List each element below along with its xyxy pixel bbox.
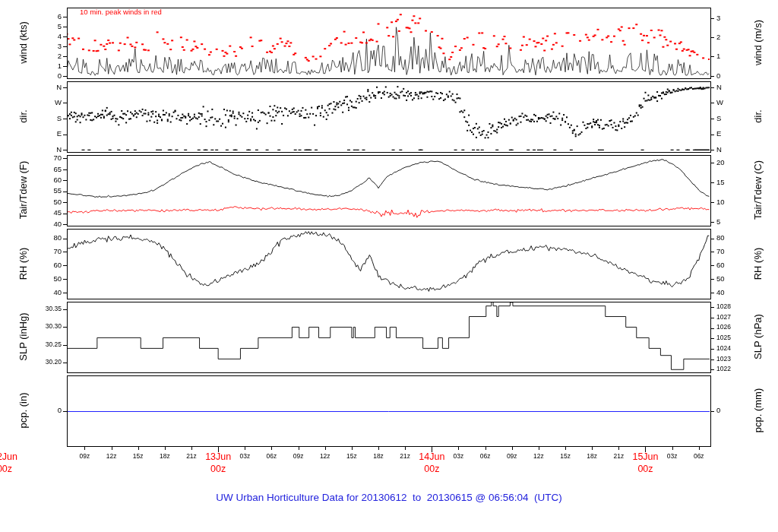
ytick-label-left: 5 [27, 23, 62, 30]
ytick-label-left: 2 [27, 52, 62, 60]
ytick-label-left: 30.25 [27, 341, 62, 348]
ytick-label-right: 0 [716, 407, 747, 414]
ytick-label-right: 60 [716, 261, 747, 269]
ytick-label-left: 30.35 [27, 306, 62, 312]
rh-right-axis-title: RH (%) [752, 248, 764, 280]
wind-right-axis-title: wind (m/s) [752, 20, 764, 65]
ytick-label-left: 0 [27, 72, 62, 80]
ytick-label-right: S [716, 115, 747, 122]
ytick-label-left: 30.30 [27, 323, 62, 330]
ytick-label-right: 1026 [716, 324, 747, 331]
chart-title: UW Urban Horticulture Data for 20130612 … [0, 492, 778, 503]
ytick-label-left: W [27, 99, 62, 106]
ytick-label-left: N [27, 84, 62, 91]
ytick-label-left: 65 [27, 166, 62, 173]
date-label: 14Jun [413, 452, 451, 463]
ytick-label-right: W [716, 99, 747, 106]
ytick-label-left: 80 [27, 234, 62, 242]
xtick-label: 15z [554, 453, 577, 460]
xtick-label: 06z [688, 453, 710, 460]
ytick-label-left: 1 [27, 62, 62, 70]
ytick-label-left: 45 [27, 209, 62, 217]
ytick-label-left: 6 [27, 13, 62, 21]
ytick-label-left: 50 [27, 275, 62, 283]
ytick-label-right: 10 [716, 198, 747, 206]
ytick-label-left: 60 [27, 176, 62, 184]
xtick-label: 09z [287, 453, 310, 460]
ytick-label-left: E [27, 130, 62, 138]
date-label: 00z [626, 464, 664, 475]
date-label: 00z [413, 464, 451, 475]
meteogram: 10 min. peak winds in red wind (kts) win… [0, 0, 778, 532]
xtick-label: 09z [73, 453, 96, 460]
ytick-label-left: 40 [27, 289, 62, 296]
date-label: 00z [199, 464, 237, 475]
xtick-label: 06z [260, 453, 283, 460]
ytick-label-left: 70 [27, 248, 62, 255]
xtick-label: 15z [127, 453, 150, 460]
peak-wind-annotation: 10 min. peak winds in red [80, 8, 162, 16]
slp-right-axis-title: SLP (hPa) [752, 314, 764, 359]
ytick-label-right: 3 [716, 14, 747, 22]
ytick-label-right: N [716, 146, 747, 154]
ytick-label-right: 5 [716, 218, 747, 226]
ytick-label-left: 3 [27, 43, 62, 50]
xtick-label: 18z [153, 453, 176, 460]
xtick-label: 12z [527, 453, 550, 460]
ytick-label-right: 1022 [716, 366, 747, 372]
xtick-label: 06z [474, 453, 497, 460]
ytick-label-right: E [716, 130, 747, 138]
dir-right-axis-title: dir. [752, 109, 764, 122]
temp-right-axis-title: Tair/Tdew (C) [752, 160, 764, 220]
ytick-label-right: 0 [716, 72, 747, 80]
ytick-label-left: S [27, 115, 62, 122]
xtick-label: 18z [367, 453, 390, 460]
ytick-label-right: 1024 [716, 345, 747, 352]
xtick-label: 15z [340, 453, 363, 460]
date-label: 12Jun [0, 452, 24, 463]
ytick-label-left: 50 [27, 198, 62, 206]
ytick-label-left: 30.20 [27, 359, 62, 366]
ytick-label-left: 40 [27, 220, 62, 228]
xtick-label: 12z [100, 453, 123, 460]
date-label: 13Jun [199, 452, 237, 463]
ytick-label-left: 60 [27, 261, 62, 269]
ytick-label-left: N [27, 146, 62, 154]
ytick-label-right: 15 [716, 179, 747, 186]
ytick-label-right: 1023 [716, 356, 747, 363]
ytick-label-left: 0 [27, 407, 62, 414]
ytick-label-right: 80 [716, 234, 747, 242]
ytick-label-right: 70 [716, 248, 747, 255]
xtick-label: 09z [501, 453, 523, 460]
ytick-label-left: 4 [27, 33, 62, 40]
ytick-label-right: 1028 [716, 303, 747, 310]
ytick-label-right: 1027 [716, 314, 747, 321]
ytick-label-left: 55 [27, 187, 62, 195]
ytick-label-right: 1025 [716, 334, 747, 341]
date-label: 15Jun [626, 452, 664, 463]
ytick-label-right: 1 [716, 52, 747, 60]
ytick-label-right: 50 [716, 275, 747, 283]
xtick-label: 12z [314, 453, 337, 460]
ytick-label-right: 40 [716, 289, 747, 296]
pcp-right-axis-title: pcp. (mm) [752, 388, 764, 433]
ytick-label-right: 20 [716, 159, 747, 166]
date-label: 00z [0, 464, 24, 475]
xtick-label: 18z [580, 453, 603, 460]
ytick-label-left: 70 [27, 154, 62, 162]
slp-left-axis-title: SLP (inHg) [17, 312, 29, 360]
ytick-label-right: N [716, 84, 747, 91]
ytick-label-right: 2 [716, 33, 747, 41]
